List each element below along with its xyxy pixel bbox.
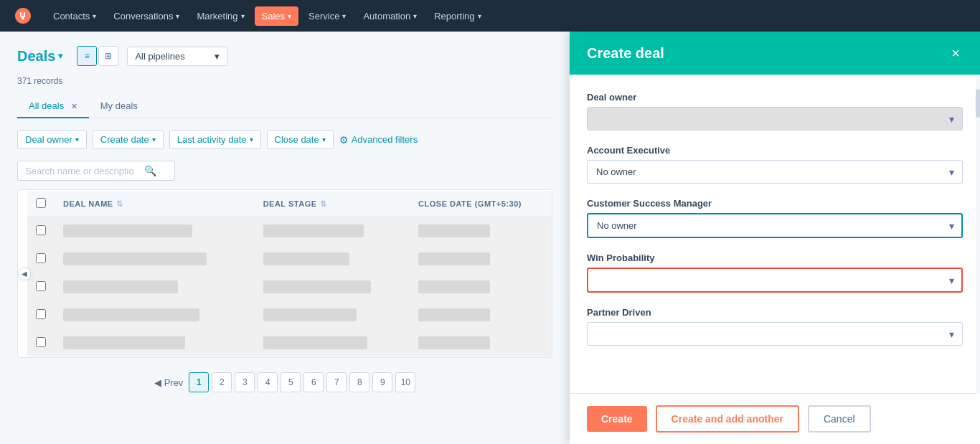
search-icon[interactable]: 🔍 (144, 165, 156, 176)
row-checkbox[interactable] (36, 253, 46, 263)
row-deal-stage (263, 225, 364, 237)
row-checkbox[interactable] (36, 309, 46, 319)
sort-deal-name-icon[interactable]: ⇅ (116, 199, 123, 209)
create-button[interactable]: Create (587, 406, 647, 432)
nav-conversations[interactable]: Conversations▾ (106, 6, 187, 26)
pagination: ◀ Prev 1 2 3 4 5 6 7 8 9 10 (17, 364, 552, 401)
row-close-date (418, 336, 490, 349)
row-close-date (418, 280, 490, 293)
row-deal-name (63, 336, 185, 349)
scroll-left-indicator[interactable]: ◀ (18, 268, 31, 280)
table-row (27, 329, 553, 357)
page-btn-5[interactable]: 5 (281, 372, 301, 392)
main-content: Deals ▾ ≡ ⊞ All pipelines ▾ 371 records … (0, 32, 980, 444)
page-btn-1[interactable]: 1 (189, 372, 209, 392)
deals-header-row: Deals ▾ ≡ ⊞ All pipelines ▾ (17, 46, 552, 66)
table-row (27, 273, 553, 301)
deals-list-panel: Deals ▾ ≡ ⊞ All pipelines ▾ 371 records … (0, 32, 570, 444)
filter-last-activity-date[interactable]: Last activity date ▾ (169, 130, 261, 149)
row-deal-name (63, 225, 192, 237)
grid-view-button[interactable]: ⊞ (98, 46, 118, 66)
win-probability-select-wrapper (587, 268, 963, 293)
row-deal-stage (263, 336, 367, 349)
deals-title[interactable]: Deals ▾ (17, 48, 62, 65)
nav-service[interactable]: Service▾ (301, 6, 353, 26)
nav-automation[interactable]: Automation▾ (356, 6, 424, 26)
hubspot-logo[interactable] (11, 4, 34, 27)
account-executive-select[interactable]: No owner (587, 160, 963, 184)
tab-my-deals[interactable]: My deals (89, 95, 149, 118)
sort-deal-stage-icon[interactable]: ⇅ (320, 199, 327, 209)
table-row (27, 217, 553, 245)
deal-owner-select[interactable] (587, 107, 963, 131)
form-group-customer-success: Customer Success Manager No owner (587, 198, 963, 238)
page-btn-3[interactable]: 3 (235, 372, 255, 392)
filter-create-date[interactable]: Create date ▾ (93, 130, 164, 149)
prev-label[interactable]: Prev (164, 377, 184, 388)
row-checkbox[interactable] (36, 281, 46, 291)
filter-deal-owner-caret: ▾ (75, 136, 79, 143)
nav-sales[interactable]: Sales▾ (255, 6, 299, 26)
panel-header: Create deal × (570, 32, 980, 75)
deals-title-text: Deals (17, 48, 55, 65)
panel-footer: Create Create and add another Cancel (570, 393, 980, 444)
nav-contacts[interactable]: Contacts▾ (46, 6, 103, 26)
search-input[interactable] (25, 166, 140, 176)
search-tabs: All deals ✕ My deals (17, 95, 552, 118)
pipeline-label: All pipelines (135, 51, 184, 62)
page-btn-9[interactable]: 9 (372, 372, 392, 392)
pipeline-caret: ▾ (215, 51, 220, 62)
nav-reporting[interactable]: Reporting▾ (427, 6, 488, 26)
form-group-deal-owner: Deal owner (587, 92, 963, 131)
scroll-thumb[interactable] (976, 89, 980, 118)
list-view-button[interactable]: ≡ (77, 46, 97, 66)
search-box: 🔍 (17, 161, 175, 181)
nav-marketing[interactable]: Marketing▾ (189, 6, 251, 26)
panel-body: Deal owner Account Executive No owner (570, 75, 980, 393)
th-close-date: Close Date (GMT+5:30) (410, 191, 552, 217)
filter-deal-owner[interactable]: Deal owner ▾ (17, 130, 87, 149)
partner-driven-select[interactable] (587, 322, 963, 346)
create-and-add-another-button[interactable]: Create and add another (656, 405, 799, 433)
page-btn-6[interactable]: 6 (303, 372, 324, 392)
row-deal-name (63, 308, 199, 321)
row-checkbox[interactable] (36, 337, 46, 347)
page-btn-8[interactable]: 8 (349, 372, 369, 392)
pipeline-selector[interactable]: All pipelines ▾ (127, 47, 227, 66)
top-navigation: Contacts▾ Conversations▾ Marketing▾ Sale… (0, 0, 980, 32)
filter-icon: ⚙ (339, 134, 349, 146)
win-probability-select[interactable] (587, 268, 963, 293)
cancel-button[interactable]: Cancel (808, 405, 871, 433)
row-checkbox[interactable] (36, 225, 46, 235)
page-btn-2[interactable]: 2 (212, 372, 232, 392)
records-count: 371 records (17, 75, 552, 86)
page-btn-10[interactable]: 10 (395, 372, 415, 392)
customer-success-select-wrapper: No owner (587, 213, 963, 238)
label-partner-driven: Partner Driven (587, 307, 963, 318)
form-group-win-probability: Win Probability (587, 252, 963, 293)
th-checkbox (27, 191, 55, 217)
label-win-probability: Win Probability (587, 252, 963, 263)
page-btn-4[interactable]: 4 (258, 372, 278, 392)
label-deal-owner: Deal owner (587, 92, 963, 103)
filter-close-date-caret: ▾ (322, 136, 326, 143)
label-account-executive: Account Executive (587, 145, 963, 156)
prev-page-group: ◀ Prev (154, 377, 187, 388)
select-all-checkbox[interactable] (36, 198, 46, 208)
view-toggle: ≡ ⊞ (77, 46, 118, 66)
row-deal-name (63, 252, 207, 265)
panel-close-button[interactable]: × (948, 43, 963, 63)
customer-success-select[interactable]: No owner (587, 213, 963, 238)
page-btn-7[interactable]: 7 (326, 372, 347, 392)
filter-close-date[interactable]: Close date ▾ (267, 130, 334, 149)
table-header-row: Deal Name ⇅ Deal Stage ⇅ Close Date (GMT… (27, 191, 553, 217)
tab-close-icon[interactable]: ✕ (71, 102, 77, 110)
prev-arrow[interactable]: ◀ (154, 377, 161, 388)
label-customer-success: Customer Success Manager (587, 198, 963, 209)
form-group-account-executive: Account Executive No owner (587, 145, 963, 184)
row-deal-stage (263, 280, 371, 293)
advanced-filters-button[interactable]: ⚙ Advanced filters (339, 134, 418, 146)
deals-table: Deal Name ⇅ Deal Stage ⇅ Close Date (GMT… (27, 190, 552, 357)
tab-all-deals[interactable]: All deals ✕ (17, 95, 89, 118)
row-deal-name (63, 280, 178, 293)
